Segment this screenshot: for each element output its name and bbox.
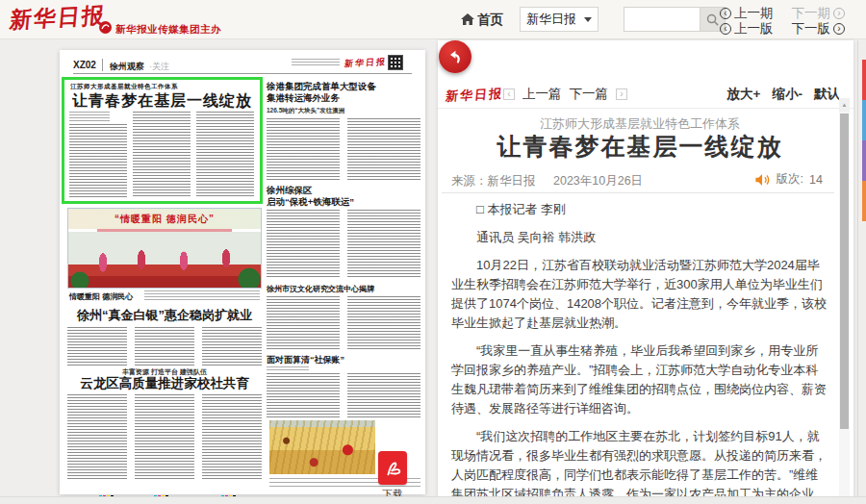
- paper-masthead-mini: 新华日报: [344, 56, 387, 70]
- fake-text-column: [67, 327, 127, 365]
- edition-group: 版次: 14: [754, 171, 823, 188]
- article-title: 让青春梦在基层一线绽放: [451, 131, 828, 163]
- fake-text-column: [267, 296, 340, 350]
- pdf-download-button[interactable]: [378, 451, 407, 485]
- article-panel: 新华日报 ‹ 上一篇 下一篇 › 放大+ 缩小- 默认 江苏师大形成基层就业特色…: [438, 40, 853, 504]
- fake-text-column: [69, 112, 110, 121]
- divider: [102, 59, 103, 71]
- page-nav-row: ‹ 上一版 下一版 ›: [720, 20, 845, 38]
- newspaper-page-preview[interactable]: XZ02 徐州观察 ·关注 新华日报 江苏师大形成基层就业特色工作体系 让青春梦…: [60, 50, 425, 494]
- fake-text-column: [135, 327, 194, 365]
- article-headline[interactable]: 面对面算清“社保账”: [267, 355, 420, 365]
- zoom-reset-button[interactable]: 默认: [814, 86, 840, 103]
- next-page-label: 下一版: [792, 20, 831, 38]
- highlighted-lead-article[interactable]: 江苏师大形成基层就业特色工作体系 让青春梦在基层一线绽放: [62, 77, 263, 204]
- fake-text-column: [267, 366, 309, 370]
- zoom-controls: 放大+ 缩小- 默认: [727, 86, 840, 103]
- photo-harvest: [269, 420, 375, 474]
- sponsor-text: 新华报业传媒集团主办: [115, 23, 221, 37]
- paper-select-value: 新华日报: [526, 11, 576, 28]
- square-right-icon[interactable]: ›: [616, 88, 627, 100]
- fake-text-column: [196, 112, 254, 197]
- article-scrollbar[interactable]: ▲: [839, 98, 850, 498]
- panel-logo: 新华日报: [445, 85, 504, 105]
- article-date: 2023年10月26日: [553, 173, 643, 189]
- pdf-icon: [382, 458, 403, 479]
- fake-text-column: [347, 373, 420, 417]
- share-wechat-button[interactable]: [862, 60, 866, 100]
- photo-dancers: “情暖重阳 德润民心”: [67, 208, 262, 289]
- article-body: □ 本报记者 李刚 通讯员 吴向裕 韩洪政 10月22日，江苏省百校联动就业活动…: [451, 200, 828, 504]
- fake-text-column: [202, 394, 262, 481]
- zoom-in-button[interactable]: 放大+: [727, 86, 761, 103]
- circle-right-icon: ›: [833, 8, 845, 19]
- circle-right-icon: ›: [833, 23, 845, 35]
- app-window: 新华日报 新华报业传媒集团主办 首页 新华日报 ‹ 上一期: [0, 0, 866, 504]
- fake-text-column: [267, 118, 340, 180]
- lead-kicker: 江苏师大形成基层就业特色工作体系: [70, 83, 178, 91]
- article-headline[interactable]: 云龙区高质量推进家校社共育: [67, 376, 262, 392]
- photo-banner-text: “情暖重阳 德润民心”: [115, 213, 215, 226]
- prev-article-button[interactable]: 上一篇: [522, 86, 562, 103]
- next-page-button[interactable]: 下一版 ›: [792, 20, 846, 38]
- edition-label: 版次:: [777, 171, 803, 188]
- home-icon: [460, 13, 475, 26]
- fake-text-column: [144, 290, 260, 302]
- photo-area: [68, 232, 261, 288]
- page-code: XZ02: [73, 60, 96, 70]
- back-button[interactable]: [439, 40, 471, 73]
- article-headline[interactable]: 徐州市汉文化研究交流中心揭牌: [267, 285, 420, 294]
- home-link[interactable]: 首页: [477, 12, 503, 29]
- sponsor-emblem-icon: [99, 21, 112, 34]
- qr-code: [388, 55, 403, 70]
- paragraph: “我们这次招聘的工作地区主要在苏北，计划签约目标91人，就现场情况看，很多毕业生…: [451, 427, 828, 504]
- byline: 通讯员 吴向裕 韩洪政: [451, 228, 828, 247]
- article-headline[interactable]: 徐州综保区 启动“保税+铁海联运”: [267, 185, 420, 208]
- square-left-icon[interactable]: ‹: [503, 88, 515, 100]
- prev-page-button[interactable]: ‹ 上一版: [720, 20, 774, 38]
- divider: [438, 108, 853, 109]
- scrollbar-thumb[interactable]: [840, 113, 849, 429]
- edition-value: 14: [809, 173, 823, 187]
- fake-text-column: [292, 59, 340, 67]
- section-subtitle: ·关注: [149, 61, 169, 73]
- prev-page-label: 上一版: [734, 20, 774, 38]
- article-headline[interactable]: 徐州“真金白银”惠企稳岗扩就业: [67, 308, 262, 323]
- article-headline[interactable]: 徐港集团完成首单大型设备 集港转运海外业务: [267, 81, 420, 104]
- divider: [442, 192, 834, 193]
- search-input[interactable]: [624, 7, 700, 32]
- share-weibo-button[interactable]: [862, 100, 866, 140]
- speaker-icon[interactable]: [754, 173, 771, 187]
- next-article-button[interactable]: 下一篇: [570, 86, 609, 103]
- horizontal-scrollbar[interactable]: [0, 496, 866, 504]
- section-title: 徐州观察: [110, 61, 144, 73]
- top-bar: 新华日报 新华报业传媒集团主办 首页 新华日报 ‹ 上一期: [0, 0, 866, 39]
- fake-text-column: [267, 373, 340, 417]
- fake-text-column: [133, 112, 191, 197]
- share-qzone-button[interactable]: [862, 140, 866, 181]
- zoom-out-button[interactable]: 缩小-: [773, 86, 803, 103]
- lead-headline: 让青春梦在基层一线绽放: [64, 91, 260, 111]
- scroll-up-icon[interactable]: ▲: [839, 98, 850, 112]
- chevron-down-icon: [584, 17, 592, 22]
- fake-text-column: [347, 296, 420, 350]
- fake-text-column: [69, 124, 127, 197]
- back-arrow-icon: [446, 47, 465, 66]
- fake-text-column: [347, 210, 420, 279]
- circle-left-icon: ‹: [720, 8, 731, 19]
- article-subhead: 126.5吨的“大块头”发往澳洲: [267, 107, 344, 114]
- paper-select[interactable]: 新华日报: [520, 7, 599, 32]
- divider: [857, 40, 858, 498]
- headline-line: 徐港集团完成首单大型设备: [267, 81, 376, 91]
- byline: □ 本报记者 李刚: [451, 200, 828, 219]
- site-logo[interactable]: 新华日报: [9, 0, 108, 35]
- circle-left-icon: ‹: [720, 23, 731, 35]
- fake-text-column: [267, 210, 340, 279]
- fake-text-column: [135, 394, 194, 481]
- fake-text-column: [67, 394, 127, 481]
- photo-caption: 情暖重阳 德润民心: [69, 292, 133, 302]
- share-more-button[interactable]: [862, 181, 866, 221]
- fake-text-column: [347, 118, 420, 180]
- headline-line: 徐州综保区: [267, 185, 313, 195]
- headline-line: 启动“保税+铁海联运”: [267, 196, 354, 207]
